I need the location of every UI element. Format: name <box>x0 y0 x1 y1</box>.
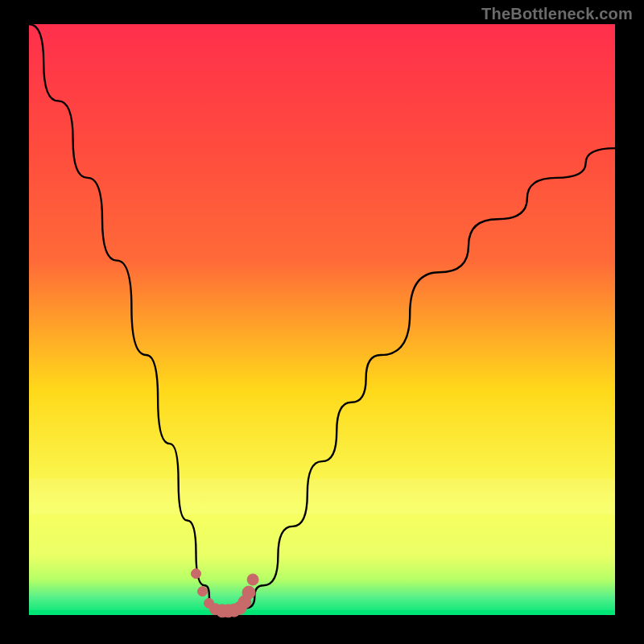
plot-background <box>29 24 615 615</box>
chart-stage: TheBottleneck.com <box>0 0 644 644</box>
highlight-marker <box>247 574 258 585</box>
pale-band <box>29 479 615 514</box>
highlight-marker <box>242 586 255 599</box>
bottom-green-strip <box>29 610 615 615</box>
bottleneck-plot <box>0 0 644 644</box>
highlight-marker <box>191 569 200 579</box>
highlight-marker <box>197 587 207 597</box>
